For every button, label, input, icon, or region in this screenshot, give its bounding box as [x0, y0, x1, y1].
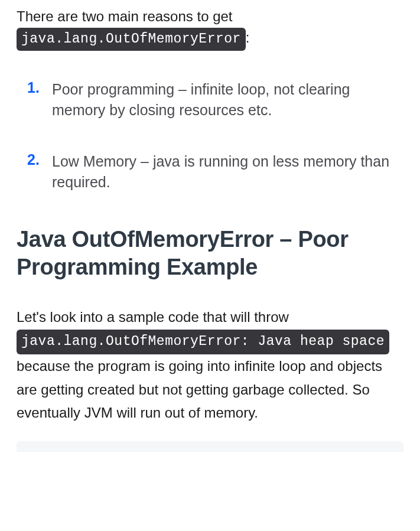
intro-prefix: There are two main reasons to get [17, 8, 233, 24]
reason-text: Low Memory – java is running on less mem… [52, 151, 403, 193]
inline-code-error: java.lang.OutOfMemoryError [17, 28, 246, 51]
section-heading: Java OutOfMemoryError – Poor Programming… [17, 226, 403, 282]
body-suffix: because the program is going into infini… [17, 358, 382, 421]
list-item: Poor programming – infinite loop, not cl… [17, 79, 403, 120]
intro-paragraph: There are two main reasons to get java.l… [17, 6, 403, 51]
inline-code-heap: java.lang.OutOfMemoryError: Java heap sp… [17, 330, 389, 354]
reason-text: Poor programming – infinite loop, not cl… [52, 79, 403, 120]
body-prefix: Let's look into a sample code that will … [17, 309, 289, 325]
list-marker [27, 79, 52, 96]
list-marker [27, 151, 52, 168]
code-block-top [17, 441, 403, 452]
intro-suffix: : [246, 30, 250, 45]
body-paragraph: Let's look into a sample code that will … [17, 305, 403, 425]
reasons-list: Poor programming – infinite loop, not cl… [17, 79, 403, 193]
list-item: Low Memory – java is running on less mem… [17, 151, 403, 193]
